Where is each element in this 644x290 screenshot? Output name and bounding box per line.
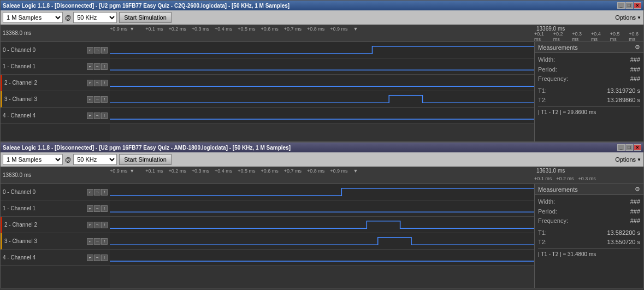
channel-labels-1: 0 - Channel 0 ⌐ ¬ ↑ 1 - Channel 1 ⌐ ¬ ↑ …	[1, 42, 110, 141]
meas-freq-1: Frequency: ###	[538, 74, 640, 84]
signal-svg-3-2	[110, 233, 534, 249]
signal-row-0-2	[110, 184, 534, 200]
ch-ctrl-btn-0-2c[interactable]: ↑	[101, 189, 108, 196]
ch-ctrl-btn-0-2b[interactable]: ¬	[94, 189, 101, 196]
start-simulation-btn-2[interactable]: Start Simulation	[119, 154, 172, 165]
ch-ctrl-btn-4-2b[interactable]: ¬	[94, 255, 101, 261]
ch-ctrl-btn-4-2a[interactable]: ⌐	[87, 255, 93, 261]
signal-row-1-2	[110, 200, 534, 217]
signal-svg-2-1	[110, 75, 534, 91]
samples-dropdown-1[interactable]: 1 M Samples	[3, 12, 63, 23]
channels-area-2: 0 - Channel 0 ⌐ ¬ ↑ 1 - Channel 1 ⌐ ¬ ↑ …	[1, 184, 643, 288]
at-label-1: @	[65, 14, 71, 21]
measurements-panel-2: Measurements ⚙ Width: ### Period: ### Fr…	[534, 184, 643, 288]
signal-row-2-1	[110, 75, 534, 91]
signal-svg-4-2	[110, 250, 534, 265]
ch-ctrl-btn-3-1c[interactable]: ↑	[101, 96, 108, 103]
ch-ctrl-btn-1-2c[interactable]: ↑	[101, 205, 108, 212]
freq-dropdown-1[interactable]: 50 KHz	[73, 12, 117, 23]
channel-label-4-1: 4 - Channel 4 ⌐ ¬ ↑	[1, 108, 110, 124]
samples-dropdown-2[interactable]: 1 M Samples	[3, 154, 63, 165]
gear-icon-1[interactable]: ⚙	[635, 44, 640, 51]
signal-row-0-1	[110, 42, 534, 58]
options-btn-2[interactable]: Options ▼	[615, 156, 641, 163]
signal-row-3-2	[110, 233, 534, 250]
meas-t1-1: T1: 13.319720 s	[538, 86, 640, 96]
gear-icon-2[interactable]: ⚙	[635, 186, 640, 193]
ruler-right-major-1: 13369.0 ms	[534, 25, 643, 32]
signal-row-2-2	[110, 217, 534, 233]
window-1: Saleae Logic 1.1.8 - [Disconnected] - [U…	[0, 0, 644, 142]
ch-ctrl-btn-3-2a[interactable]: ⌐	[87, 238, 93, 245]
ch-ctrl-btn-2-2b[interactable]: ¬	[94, 222, 101, 228]
channel-label-0-2: 0 - Channel 0 ⌐ ¬ ↑	[1, 184, 110, 200]
signal-row-1-1	[110, 58, 534, 75]
ch-ctrl-btn-1-2a[interactable]: ⌐	[87, 205, 93, 212]
signal-area-2	[110, 184, 534, 288]
ch-ctrl-btn-2-1b[interactable]: ¬	[94, 80, 101, 86]
close-btn-2[interactable]: ×	[634, 144, 641, 151]
window-controls-1: _ □ ×	[617, 2, 641, 9]
options-btn-1[interactable]: Options ▼	[615, 14, 641, 21]
ch-ctrl-btn-1-1a[interactable]: ⌐	[87, 63, 93, 70]
measurements-panel-1: Measurements ⚙ Width: ### Period: ### Fr…	[534, 42, 643, 141]
ch-ctrl-btn-4-1a[interactable]: ⌐	[87, 113, 93, 119]
meas-diff-1: | T1 - T2 | = 29.8600 ms	[538, 106, 640, 117]
ch-ctrl-btn-0-2a[interactable]: ⌐	[87, 189, 93, 196]
ch-ctrl-btn-3-1a[interactable]: ⌐	[87, 96, 93, 103]
ch-ctrl-btn-2-1a[interactable]: ⌐	[87, 80, 93, 86]
ruler-left-1: 13368.0 ms	[1, 25, 110, 42]
titlebar-2: Saleae Logic 1.1.8 - [Disconnected] - [U…	[1, 143, 643, 152]
freq-dropdown-2[interactable]: 50 KHz	[73, 154, 117, 165]
ch-ctrl-btn-2-2a[interactable]: ⌐	[87, 222, 93, 228]
ch-ctrl-btn-2-2c[interactable]: ↑	[101, 222, 108, 228]
meas-width-1: Width: ###	[538, 55, 640, 65]
channel-label-3-1: 3 - Channel 3 ⌐ ¬ ↑	[1, 91, 110, 108]
channels-area-1: 0 - Channel 0 ⌐ ¬ ↑ 1 - Channel 1 ⌐ ¬ ↑ …	[1, 42, 643, 141]
measurements-body-1: Width: ### Period: ### Frequency: ### T1…	[535, 53, 643, 120]
ch-ctrl-btn-3-2c[interactable]: ↑	[101, 238, 108, 245]
titlebar-1: Saleae Logic 1.1.8 - [Disconnected] - [U…	[1, 1, 643, 10]
ruler-right-minor-1: +0.1 ms +0.2 ms +0.3 ms +0.4 ms +0.5 ms …	[534, 32, 643, 41]
ch-ctrl-btn-3-2b[interactable]: ¬	[94, 238, 101, 245]
ch-ctrl-btn-4-1c[interactable]: ↑	[101, 113, 108, 119]
ruler-minor-1: +0.9 ms ▼ +0.1 ms +0.2 ms +0.3 ms +0.4 m…	[110, 25, 534, 33]
ch-ctrl-btn-1-1b[interactable]: ¬	[94, 63, 101, 70]
ch-ctrl-btn-4-1b[interactable]: ¬	[94, 113, 101, 119]
window-controls-2: _ □ ×	[617, 144, 641, 151]
minimize-btn-2[interactable]: _	[617, 144, 625, 151]
ruler-right-1: 13369.0 ms +0.1 ms +0.2 ms +0.3 ms +0.4 …	[534, 25, 643, 42]
channel-label-2-1: 2 - Channel 2 ⌐ ¬ ↑	[1, 75, 110, 91]
window-title-2: Saleae Logic 1.1.8 - [Disconnected] - [U…	[3, 145, 291, 151]
start-simulation-btn-1[interactable]: Start Simulation	[119, 12, 172, 23]
maximize-btn-2[interactable]: □	[625, 144, 633, 151]
ch-ctrl-btn-0-1c[interactable]: ↑	[101, 47, 108, 54]
measurements-header-2: Measurements ⚙	[535, 184, 643, 195]
minimize-btn-1[interactable]: _	[617, 2, 625, 9]
ch-ctrl-btn-3-1b[interactable]: ¬	[94, 96, 101, 103]
ch-ctrl-btn-1-1c[interactable]: ↑	[101, 63, 108, 70]
close-btn-1[interactable]: ×	[634, 2, 641, 9]
meas-freq-2: Frequency: ###	[538, 216, 640, 226]
toolbar-2: 1 M Samples @ 50 KHz Start Simulation Op…	[1, 152, 643, 167]
ch-ctrl-btn-0-1b[interactable]: ¬	[94, 47, 101, 54]
channel-label-1-2: 1 - Channel 1 ⌐ ¬ ↑	[1, 200, 110, 217]
ruler-left-2: 13630.0 ms	[1, 167, 110, 184]
meas-diff-2: | T1 - T2 | = 31.4800 ms	[538, 248, 640, 259]
ch-ctrl-btn-2-1c[interactable]: ↑	[101, 80, 108, 86]
signal-svg-0-1	[110, 42, 534, 58]
ruler-1: 13368.0 ms +0.9 ms ▼ +0.1 ms +0.2 ms +0.…	[1, 25, 643, 42]
window-2: Saleae Logic 1.1.8 - [Disconnected] - [U…	[0, 142, 644, 288]
ch-ctrl-btn-0-1a[interactable]: ⌐	[87, 47, 93, 54]
channel-label-0-1: 0 - Channel 0 ⌐ ¬ ↑	[1, 42, 110, 58]
at-label-2: @	[65, 156, 71, 163]
signal-row-4-2	[110, 250, 534, 266]
signal-row-4-1	[110, 108, 534, 124]
ch-ctrl-btn-4-2c[interactable]: ↑	[101, 255, 108, 261]
signal-svg-0-2	[110, 184, 534, 200]
maximize-btn-1[interactable]: □	[625, 2, 633, 9]
ch-ctrl-btn-1-2b[interactable]: ¬	[94, 205, 101, 212]
ruler-minor-2: +0.9 ms ▼ +0.1 ms +0.2 ms +0.3 ms +0.4 m…	[110, 167, 534, 175]
signal-svg-4-1	[110, 108, 534, 123]
signal-svg-3-1	[110, 91, 534, 107]
